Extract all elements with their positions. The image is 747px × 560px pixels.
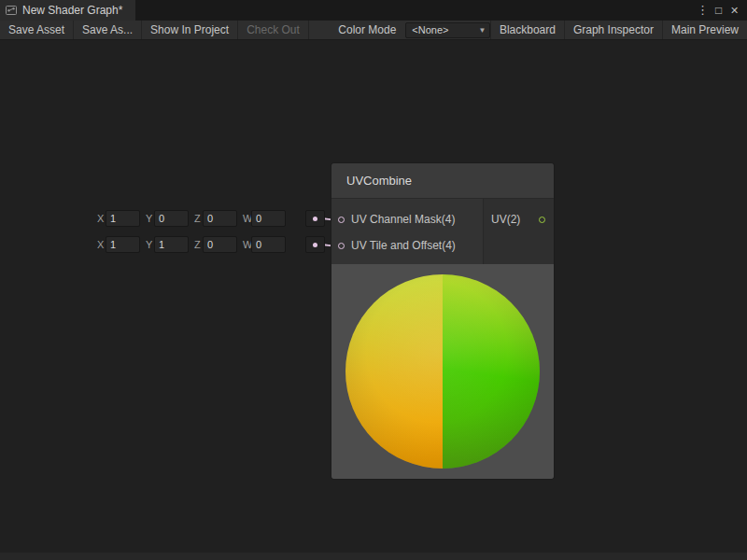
input-port-label: UV Tile and Offset(4)	[351, 239, 456, 252]
axis-label-w: W	[243, 213, 251, 224]
input-port-icon[interactable]	[338, 217, 345, 223]
input-port-row: UV Channel Mask(4)	[331, 206, 483, 232]
vector-component-input-w[interactable]	[251, 210, 286, 227]
vector4-input-row-2: X Y Z W	[97, 236, 325, 253]
node-preview	[331, 264, 554, 479]
graph-title: New Shader Graph*	[22, 4, 122, 17]
window-controls: ⋮ □ ✕	[695, 0, 747, 21]
output-port-icon[interactable]	[539, 217, 545, 223]
shader-graph-toolbar: Save Asset Save As... Show In Project Ch…	[0, 21, 747, 40]
axis-label-z: Z	[194, 213, 203, 224]
uvcombine-node[interactable]: UVCombine UV Channel Mask(4) UV Tile and…	[331, 163, 554, 479]
inline-output-port[interactable]	[305, 236, 325, 253]
vector-component-input-x[interactable]	[106, 210, 140, 227]
inline-port-dot-icon	[313, 243, 317, 247]
axis-label-x: X	[97, 239, 106, 250]
input-port-row: UV Tile and Offset(4)	[331, 232, 483, 259]
vector-component-input-z[interactable]	[203, 210, 237, 227]
axis-label-y: Y	[146, 239, 154, 250]
color-mode-dropdown[interactable]: <None> ▼	[405, 22, 490, 38]
maximize-icon[interactable]: □	[711, 0, 726, 21]
node-inputs: UV Channel Mask(4) UV Tile and Offset(4)	[331, 199, 483, 264]
input-port-icon[interactable]	[338, 243, 345, 249]
inline-port-dot-icon	[313, 217, 317, 221]
vector4-input-row-1: X Y Z W	[97, 210, 325, 227]
graph-canvas[interactable]: X Y Z W X Y Z W UVCombine UV Cha	[0, 40, 747, 553]
output-port-label: UV(2)	[491, 213, 520, 226]
bottom-strip	[0, 553, 747, 560]
main-preview-button[interactable]: Main Preview	[662, 21, 747, 39]
kebab-menu-icon[interactable]: ⋮	[695, 0, 711, 21]
inline-output-port[interactable]	[305, 210, 325, 227]
axis-label-w: W	[243, 239, 251, 250]
vector-component-input-z[interactable]	[203, 236, 237, 253]
axis-label-y: Y	[146, 213, 154, 224]
graph-tab[interactable]: New Shader Graph*	[0, 0, 135, 21]
output-port-row: UV(2)	[484, 206, 554, 232]
shader-graph-icon	[6, 5, 17, 16]
node-outputs: UV(2)	[483, 199, 554, 264]
node-port-section: UV Channel Mask(4) UV Tile and Offset(4)…	[331, 199, 554, 264]
save-as-button[interactable]: Save As...	[74, 21, 142, 39]
toolbar-gap	[309, 21, 331, 39]
title-bar: New Shader Graph* ⋮ □ ✕	[0, 0, 747, 21]
color-mode-value: <None>	[406, 24, 475, 35]
blackboard-button[interactable]: Blackboard	[490, 21, 564, 39]
chevron-down-icon: ▼	[475, 26, 489, 35]
check-out-button: Check Out	[238, 21, 309, 39]
preview-sphere	[345, 274, 540, 469]
axis-label-x: X	[97, 213, 106, 224]
vector-component-input-w[interactable]	[251, 236, 286, 253]
vector-component-input-y[interactable]	[154, 236, 189, 253]
close-icon[interactable]: ✕	[726, 0, 742, 21]
input-port-label: UV Channel Mask(4)	[351, 213, 455, 226]
vector-component-input-y[interactable]	[154, 210, 189, 227]
axis-label-z: Z	[194, 239, 203, 250]
sphere-shading	[345, 274, 540, 469]
color-mode-label: Color Mode	[331, 21, 403, 39]
save-asset-button[interactable]: Save Asset	[0, 21, 74, 39]
graph-inspector-button[interactable]: Graph Inspector	[564, 21, 662, 39]
show-in-project-button[interactable]: Show In Project	[142, 21, 238, 39]
node-title[interactable]: UVCombine	[331, 163, 554, 199]
vector-component-input-x[interactable]	[106, 236, 140, 253]
